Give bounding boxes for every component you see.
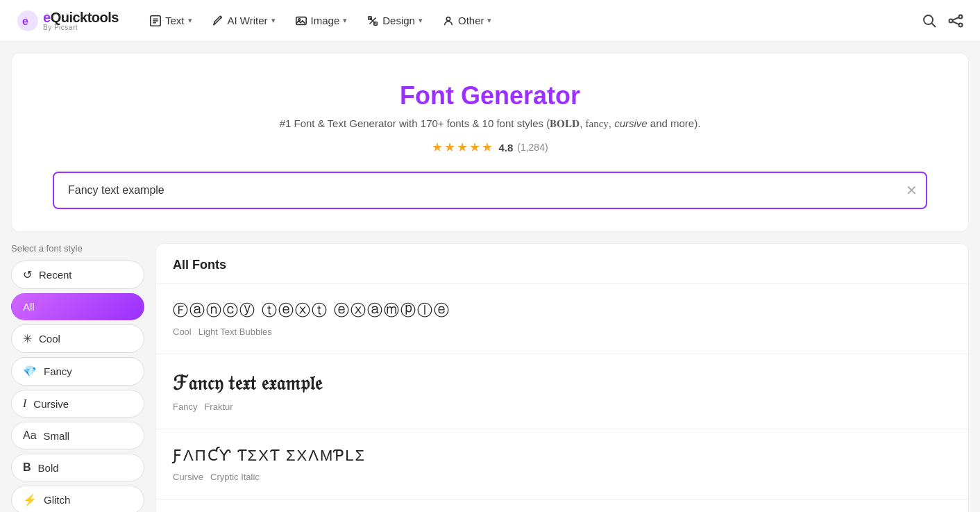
svg-point-11 [924,15,933,24]
cursive-label: Cursive [33,398,69,410]
glitch-label: Glitch [44,494,70,506]
svg-point-14 [949,19,953,22]
all-label: All [23,301,35,313]
nav-ai-label: AI Writer [228,15,268,26]
main-layout: Select a font style ↺ Recent All ✳ Cool … [0,232,980,512]
tag-fraktur[interactable]: Fraktur [204,402,233,412]
bold-icon: B [23,461,31,474]
sidebar-label: Select a font style [11,243,144,254]
search-input[interactable] [53,172,927,209]
image-chevron: ▾ [343,16,347,25]
tag-cool[interactable]: Cool [173,327,192,337]
ai-chevron: ▾ [271,16,276,25]
tag-cursive[interactable]: Cursive [173,472,203,482]
font-preview-bubbles: Ⓕⓐⓝⓒⓨ ⓣⓔⓧⓣ ⓔⓧⓐⓜⓟⓛⓔ [173,301,952,321]
sidebar-item-cursive[interactable]: I Cursive [11,390,144,418]
search-button[interactable] [922,13,937,28]
nav-image[interactable]: Image ▾ [287,9,356,33]
nav-items: Text ▾ AI Writer ▾ Image ▾ Design ▾ Othe… [141,9,922,33]
search-box: ✕ [53,172,927,209]
fonts-panel: All Fonts Ⓕⓐⓝⓒⓨ ⓣⓔⓧⓣ ⓔⓧⓐⓜⓟⓛⓔ Cool Light … [155,243,969,512]
share-icon [948,13,963,28]
rating-row: ★★★★★ 4.8 (1,284) [26,140,954,155]
svg-point-13 [959,15,963,18]
logo[interactable]: e eQuicktools By Picsart [17,10,119,32]
nav-other-label: Other [458,15,484,26]
bold-label: Bold [38,462,59,474]
nav-ai-writer[interactable]: AI Writer ▾ [203,9,284,33]
design-icon [366,15,379,27]
stars: ★★★★★ [432,140,494,155]
tag-cryptic-italic[interactable]: Cryptic Italic [210,472,260,482]
svg-text:e: e [22,15,28,27]
sidebar: Select a font style ↺ Recent All ✳ Cool … [11,243,144,512]
nav-text-label: Text [165,15,185,26]
sidebar-item-cool[interactable]: ✳ Cool [11,324,144,353]
logo-name: eQuicktools [43,10,119,24]
font-entry-cryptic[interactable]: ƑΛПƇƳ ƬΣXƬ ΣXΛMƤLΣ Cursive Cryptic Itali… [156,429,968,499]
other-chevron: ▾ [487,16,491,25]
cursive-icon: I [23,397,26,410]
font-tags-bubbles: Cool Light Text Bubbles [173,327,952,337]
cool-icon: ✳ [23,332,32,345]
text-nav-icon [149,15,162,27]
other-icon [442,15,455,27]
sidebar-item-bold[interactable]: B Bold [11,454,144,481]
ai-writer-icon [212,15,224,27]
small-label: Small [44,430,70,442]
sidebar-item-small[interactable]: Aa Small [11,422,144,449]
nav-image-label: Image [311,15,340,26]
nav-text[interactable]: Text ▾ [141,9,201,33]
logo-sub: By Picsart [43,24,119,31]
nav-design-label: Design [382,15,415,26]
navbar: e eQuicktools By Picsart Text ▾ AI Write… [0,0,980,42]
hero-subtitle: #1 Font & Text Generator with 170+ fonts… [26,117,954,130]
svg-line-12 [932,23,936,27]
text-chevron: ▾ [188,16,192,25]
rating-count: (1,284) [517,142,548,153]
search-clear-button[interactable]: ✕ [906,183,918,197]
svg-point-10 [446,17,450,20]
font-entry-math[interactable]: Fancy text example Small Math Sans [156,499,968,512]
image-icon [295,15,307,27]
nav-right [922,13,963,28]
font-preview-fraktur: ℱ𝔞𝔫𝔠𝔶 𝔱𝔢𝔵𝔱 𝔢𝔵𝔞𝔪𝔭𝔩𝔢 [173,371,952,396]
nav-other[interactable]: Other ▾ [434,9,500,33]
sidebar-item-glitch[interactable]: ⚡ Glitch [11,486,144,512]
sidebar-item-all[interactable]: All [11,293,144,320]
font-entry-bubbles[interactable]: Ⓕⓐⓝⓒⓨ ⓣⓔⓧⓣ ⓔⓧⓐⓜⓟⓛⓔ Cool Light Text Bubbl… [156,284,968,354]
cool-label: Cool [39,333,60,345]
font-entry-fraktur[interactable]: ℱ𝔞𝔫𝔠𝔶 𝔱𝔢𝔵𝔱 𝔢𝔵𝔞𝔪𝔭𝔩𝔢 Fancy Fraktur [156,354,968,429]
sidebar-item-fancy[interactable]: 💎 Fancy [11,357,144,386]
recent-icon: ↺ [23,268,32,281]
search-icon [922,13,937,28]
hero-section: Font Generator #1 Font & Text Generator … [11,53,969,232]
nav-design[interactable]: Design ▾ [358,9,431,33]
sidebar-item-recent[interactable]: ↺ Recent [11,261,144,289]
svg-line-16 [953,17,959,20]
design-chevron: ▾ [419,16,423,25]
font-preview-cryptic: ƑΛПƇƳ ƬΣXƬ ΣXΛMƤLΣ [173,446,952,466]
small-icon: Aa [23,429,37,442]
share-button[interactable] [948,13,963,28]
glitch-icon: ⚡ [23,493,37,506]
rating-number: 4.8 [498,142,513,154]
tag-fancy[interactable]: Fancy [173,402,197,412]
svg-point-15 [959,23,963,26]
recent-label: Recent [39,269,72,281]
tag-light-text-bubbles[interactable]: Light Text Bubbles [198,327,272,337]
font-tags-cryptic: Cursive Cryptic Italic [173,472,952,482]
fancy-icon: 💎 [23,365,37,378]
hero-title: Font Generator [26,81,954,110]
font-tags-fraktur: Fancy Fraktur [173,402,952,412]
svg-line-17 [953,22,959,24]
fancy-label: Fancy [44,365,72,377]
logo-icon: e [17,10,39,32]
content-heading: All Fonts [156,244,968,284]
